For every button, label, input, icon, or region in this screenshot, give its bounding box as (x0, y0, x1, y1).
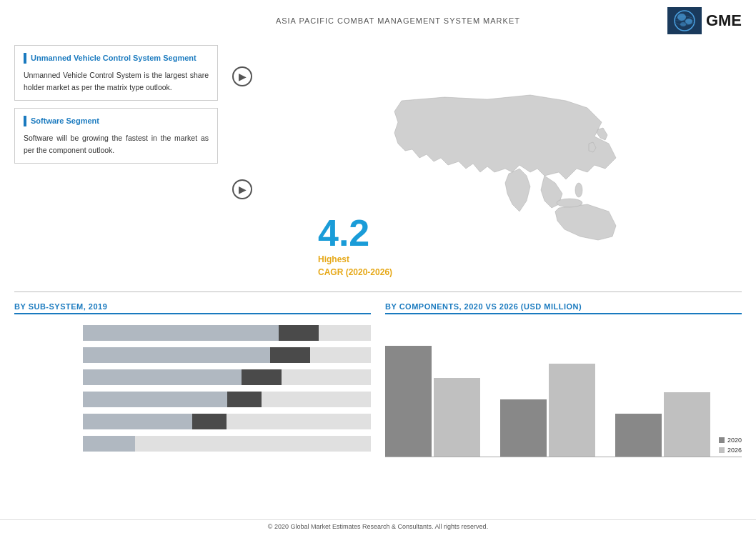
chart-components-title: BY COMPONENTS, 2020 VS 2026 (USD MILLION… (385, 302, 742, 314)
bar-fill-dark-3 (242, 369, 282, 385)
bar-services-2026 (664, 392, 710, 457)
card1-title: Unmanned Vehicle Control System Segment (24, 53, 209, 64)
bar-row-4 (14, 392, 371, 407)
legend-label-2026: 2026 (727, 447, 742, 454)
gme-logo-icon (667, 7, 702, 34)
bar-track-4 (83, 392, 371, 407)
footer: © 2020 Global Market Estimates Research … (0, 519, 756, 533)
bar-software-2020 (500, 399, 547, 457)
left-cards: Unmanned Vehicle Control System Segment … (14, 45, 218, 284)
bar-fill-dark-4 (227, 392, 262, 407)
bar-fill-light-5 (83, 414, 192, 429)
grouped-bar-area: 2020 2026 (385, 322, 742, 457)
bar-row-5 (14, 414, 371, 429)
bar-software-2026 (549, 364, 595, 457)
svg-point-3 (685, 19, 692, 24)
bar-fill-light-3 (83, 369, 242, 385)
arrow-icon-2: ▶ (232, 179, 252, 199)
legend-label-2020: 2020 (727, 437, 742, 444)
bar-fill-dark-2 (270, 347, 310, 363)
bar-row-1 (14, 325, 371, 341)
chart-subsystem-title: BY SUB-SYSTEM, 2019 (14, 302, 371, 314)
card2-body: Software will be growing the fastest in … (24, 132, 209, 156)
stat-box: 4.2 Highest CAGR (2020-2026) (318, 214, 392, 277)
footer-text: © 2020 Global Market Estimates Research … (268, 523, 488, 530)
logo-area: GME (667, 7, 742, 34)
bar-services-2020 (615, 414, 662, 457)
right-area: 4.2 Highest CAGR (2020-2026) (275, 45, 742, 284)
svg-point-7 (575, 183, 582, 197)
legend-dot-2026 (719, 447, 725, 453)
svg-point-4 (680, 22, 686, 26)
svg-point-8 (557, 199, 582, 207)
bar-track-1 (83, 325, 371, 341)
bar-track-5 (83, 414, 371, 429)
bar-group-hardware (385, 346, 480, 457)
bar-fill-light-1 (83, 325, 279, 341)
legend-item-2026: 2026 (719, 447, 742, 454)
bar-hardware-2026 (434, 378, 480, 457)
bar-track-3 (83, 369, 371, 385)
chart-subsystem: BY SUB-SYSTEM, 2019 (14, 302, 371, 509)
bar-track-6 (83, 436, 371, 452)
logo-text: GME (706, 11, 742, 30)
legend-item-2020: 2020 (719, 437, 742, 444)
top-section: Unmanned Vehicle Control System Segment … (0, 38, 756, 292)
card2-title: Software Segment (24, 116, 209, 126)
bar-row-6 (14, 436, 371, 452)
bar-row-2 (14, 347, 371, 363)
subsystem-bar-chart (14, 325, 371, 452)
card1-body: Unmanned Vehicle Control System is the l… (24, 69, 209, 93)
bar-row-3 (14, 369, 371, 385)
bar-fill-dark-5 (192, 414, 227, 429)
arrow-icon-1: ▶ (232, 66, 252, 86)
bar-fill-dark-1 (279, 325, 319, 341)
chart-components: BY COMPONENTS, 2020 VS 2026 (USD MILLION… (385, 302, 742, 509)
asia-pacific-map (387, 86, 630, 244)
bar-group-services (615, 392, 710, 457)
bar-track-2 (83, 347, 371, 363)
bar-fill-light-2 (83, 347, 270, 363)
arrows-area: ▶ ▶ (232, 45, 261, 284)
chart-legend: 2020 2026 (719, 437, 742, 454)
header: ASIA PACIFIC COMBAT MANAGEMENT SYSTEM MA… (0, 0, 756, 38)
header-title: ASIA PACIFIC COMBAT MANAGEMENT SYSTEM MA… (129, 16, 667, 25)
page: ASIA PACIFIC COMBAT MANAGEMENT SYSTEM MA… (0, 0, 756, 533)
stat-number: 4.2 (318, 214, 392, 251)
bar-fill-light-4 (83, 392, 227, 407)
legend-dot-2020 (719, 437, 725, 443)
card-unmanned: Unmanned Vehicle Control System Segment … (14, 45, 218, 101)
bottom-section: BY SUB-SYSTEM, 2019 (0, 292, 756, 514)
bar-hardware-2020 (385, 346, 432, 457)
bar-group-software (500, 364, 595, 457)
bar-fill-light-6 (83, 436, 135, 452)
stat-label-line1: Highest (318, 254, 392, 264)
card-software: Software Segment Software will be growin… (14, 108, 218, 164)
stat-label-line2: CAGR (2020-2026) (318, 267, 392, 277)
